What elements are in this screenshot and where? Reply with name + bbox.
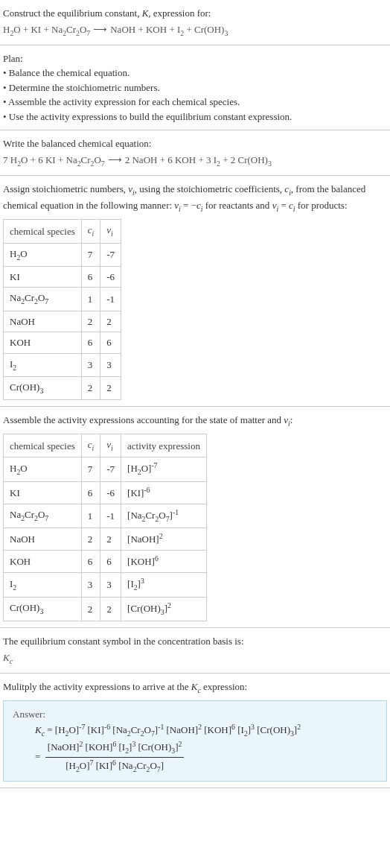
cell: 6 (81, 481, 100, 504)
plan-bullet-2: • Determine the stoichiometric numbers. (3, 80, 387, 95)
fraction: [NaOH]2 [KOH]6 [I2]3 [Cr(OH)3]2 [H2O]7 [… (45, 739, 185, 775)
table-row: Cr(OH)322[Cr(OH)3]2 (4, 597, 207, 621)
cell: [Na2Cr2O7]-1 (121, 504, 207, 528)
cell: I2 (4, 572, 82, 597)
cell: 2 (100, 597, 121, 621)
table-row: NaOH22[NaOH]2 (4, 528, 207, 551)
cell: 3 (100, 353, 121, 376)
header-section: Construct the equilibrium constant, K, e… (0, 0, 390, 45)
activity-pre: Assemble the activity expressions accoun… (3, 414, 284, 425)
cell: 7 (81, 243, 100, 266)
cell: -1 (100, 504, 121, 528)
cell: H2O (4, 243, 82, 266)
table-row: chemical species ci νi activity expressi… (4, 434, 207, 457)
multiply-text: Mulitply the activity expressions to arr… (3, 679, 387, 696)
header-line1: Construct the equilibrium constant, K, e… (3, 6, 387, 21)
cell: 6 (100, 551, 121, 573)
cell: 2 (100, 528, 121, 551)
multiply-pre: Mulitply the activity expressions to arr… (3, 681, 191, 692)
fraction-numerator: [NaOH]2 [KOH]6 [I2]3 [Cr(OH)3]2 (45, 739, 185, 758)
col-species: chemical species (4, 220, 82, 243)
assign-section: Assign stoichiometric numbers, νi, using… (0, 176, 390, 407)
cell: [KI]-6 (121, 481, 207, 504)
cell: 7 (81, 457, 100, 482)
cell: Cr(OH)3 (4, 597, 82, 621)
cell: -1 (100, 288, 121, 311)
cell: 2 (81, 376, 100, 399)
cell: Cr(OH)3 (4, 376, 82, 399)
balanced-title: Write the balanced chemical equation: (3, 136, 387, 151)
cell: 2 (81, 528, 100, 551)
cell: 2 (100, 376, 121, 399)
plan-title: Plan: (3, 51, 387, 66)
fraction-denominator: [H2O]7 [KI]6 [Na2Cr2O7] (45, 758, 185, 776)
cell: -6 (100, 481, 121, 504)
table-stoich: chemical species ci νi H2O7-7 KI6-6 Na2C… (3, 219, 121, 400)
header-text-a: Construct the equilibrium constant, (3, 7, 142, 19)
assign-midA: , using the stoichiometric coefficients, (135, 183, 285, 194)
cell: KI (4, 481, 82, 504)
cell: Na2Cr2O7 (4, 288, 82, 311)
cell: -7 (100, 243, 121, 266)
col-ci: ci (81, 220, 100, 243)
cell: 2 (100, 311, 121, 332)
header-text-b: , expression for: (148, 7, 211, 19)
table-row: KI6-6 (4, 266, 121, 288)
cell: I2 (4, 353, 82, 376)
cell: [NaOH]2 (121, 528, 207, 551)
cell: KOH (4, 332, 82, 354)
answer-label: Answer: (13, 707, 377, 722)
cell: [KOH]6 (121, 551, 207, 573)
cell: 3 (81, 572, 100, 597)
assign-prod: for products: (295, 200, 347, 211)
assign-pre: Assign stoichiometric numbers, (3, 183, 128, 194)
kc-symbol: Kc (3, 650, 387, 667)
col-ci: ci (81, 434, 100, 457)
cell: Na2Cr2O7 (4, 504, 82, 528)
answer-expression: Kc = [H2O]-7 [KI]-6 [Na2Cr2O7]-1 [NaOH]2… (35, 722, 377, 776)
cell: 2 (81, 311, 100, 332)
table-row: chemical species ci νi (4, 220, 121, 243)
activity-text: Assemble the activity expressions accoun… (3, 413, 387, 429)
plan-bullet-4: • Use the activity expressions to build … (3, 110, 387, 124)
answer-box: Answer: Kc = [H2O]-7 [KI]-6 [Na2Cr2O7]-1… (3, 700, 387, 782)
cell: [I2]3 (121, 572, 207, 597)
cell: H2O (4, 457, 82, 482)
cell: NaOH (4, 311, 82, 332)
assign-react: for reactants and (203, 200, 272, 211)
col-vi: νi (100, 220, 121, 243)
cell: -6 (100, 266, 121, 288)
table-row: Na2Cr2O71-1[Na2Cr2O7]-1 (4, 504, 207, 528)
symbol-section: The equilibrium constant symbol in the c… (0, 628, 390, 674)
cell: -7 (100, 457, 121, 482)
col-activity: activity expression (121, 434, 207, 457)
cell: 2 (81, 597, 100, 621)
cell: 3 (100, 572, 121, 597)
table-row: KI6-6[KI]-6 (4, 481, 207, 504)
multiply-post: expression: (201, 681, 247, 692)
table-row: Cr(OH)322 (4, 376, 121, 399)
col-species: chemical species (4, 434, 82, 457)
plan-bullet-3: • Assemble the activity expression for e… (3, 95, 387, 110)
table-row: Na2Cr2O71-1 (4, 288, 121, 311)
table-activity: chemical species ci νi activity expressi… (3, 434, 207, 621)
cell: 6 (100, 332, 121, 354)
symbol-text: The equilibrium constant symbol in the c… (3, 634, 387, 649)
cell: 1 (81, 288, 100, 311)
cell: 1 (81, 504, 100, 528)
cell: 6 (81, 266, 100, 288)
cell: KI (4, 266, 82, 288)
cell: 6 (81, 551, 100, 573)
balanced-equation: 7 H2O + 6 KI + Na2Cr2O7⟶2 NaOH + 6 KOH +… (3, 153, 387, 169)
table-row: KOH66[KOH]6 (4, 551, 207, 573)
assign-text: Assign stoichiometric numbers, νi, using… (3, 182, 387, 215)
cell: 6 (81, 332, 100, 354)
table-row: NaOH22 (4, 311, 121, 332)
table-row: KOH66 (4, 332, 121, 354)
cell: [Cr(OH)3]2 (121, 597, 207, 621)
multiply-section: Mulitply the activity expressions to arr… (0, 674, 390, 788)
unbalanced-equation: H2O + KI + Na2Cr2O7⟶NaOH + KOH + I2 + Cr… (3, 22, 387, 39)
cell: KOH (4, 551, 82, 573)
table-row: H2O7-7[H2O]-7 (4, 457, 207, 482)
plan-bullet-1: • Balance the chemical equation. (3, 66, 387, 80)
